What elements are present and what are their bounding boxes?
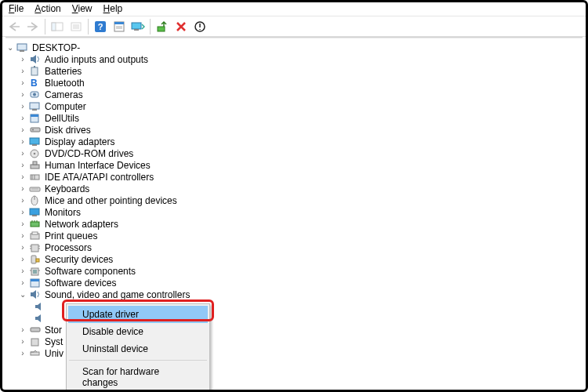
tree-category-label: Software devices — [45, 278, 116, 289]
toolbar: ? — [2, 16, 586, 37]
expand-collapse-icon[interactable]: › — [18, 231, 27, 241]
menu-help[interactable]: Help — [103, 3, 123, 14]
tree-category[interactable]: ›Batteries — [5, 65, 586, 77]
tree-category-label: Stor — [45, 325, 62, 336]
arrow-left-icon — [8, 21, 20, 32]
tree-category[interactable]: ›DellUtils — [5, 112, 586, 124]
disable-device-button[interactable] — [172, 18, 190, 35]
toolbar-list-button[interactable] — [67, 18, 85, 35]
expand-collapse-icon[interactable]: › — [18, 161, 27, 170]
properties-button[interactable] — [111, 18, 128, 35]
menu-bar: File Action View Help — [2, 2, 586, 16]
update-driver-button[interactable] — [154, 18, 171, 35]
disable-icon — [175, 20, 187, 33]
tree-category-label: Security devices — [45, 254, 113, 265]
tree-category[interactable]: ›Computer — [5, 100, 586, 112]
panel-icon — [51, 21, 64, 32]
tree-category[interactable]: ›Cameras — [5, 89, 586, 100]
svg-rect-9 — [114, 22, 124, 24]
tree-category-label: Disk drives — [45, 125, 91, 136]
expand-collapse-icon[interactable]: ⌄ — [5, 43, 15, 53]
category-icon — [29, 254, 42, 265]
expand-collapse-icon[interactable]: › — [18, 255, 27, 264]
expand-collapse-icon[interactable]: › — [18, 337, 27, 347]
category-icon — [29, 113, 42, 124]
expand-collapse-icon[interactable]: › — [18, 67, 27, 76]
list-icon — [70, 21, 82, 32]
category-icon — [29, 148, 42, 159]
tree-category[interactable]: ›Processors — [5, 241, 586, 253]
expand-collapse-icon[interactable]: ⌄ — [18, 290, 27, 299]
category-icon — [29, 54, 42, 65]
svg-rect-63 — [31, 328, 40, 332]
expand-collapse-icon[interactable]: › — [18, 172, 27, 182]
tree-category[interactable]: ›Print queues — [5, 230, 586, 241]
tree-category[interactable]: ›Network adapters — [5, 218, 586, 230]
tree-category-label: IDE ATA/ATAPI controllers — [45, 172, 154, 183]
tree-category[interactable]: ›BBluetooth — [5, 77, 586, 89]
expand-collapse-icon[interactable]: › — [18, 184, 27, 194]
tree-category[interactable]: ›Keyboards — [5, 183, 586, 194]
expand-collapse-icon[interactable]: › — [18, 349, 27, 358]
properties-icon — [113, 21, 125, 32]
category-icon — [29, 348, 42, 359]
show-hide-console-button[interactable] — [49, 18, 66, 35]
tree-category[interactable]: ›Disk drives — [5, 124, 586, 136]
expand-collapse-icon[interactable]: › — [18, 196, 27, 205]
expand-collapse-icon[interactable]: › — [18, 267, 27, 276]
tree-category-label: Mice and other pointing devices — [45, 195, 177, 206]
expand-collapse-icon[interactable]: › — [18, 243, 27, 252]
tree-category-label: Software components — [45, 266, 136, 277]
menu-file[interactable]: File — [9, 3, 24, 14]
ctx-update-driver[interactable]: Update driver — [68, 306, 208, 323]
tree-category[interactable]: ›Mice and other pointing devices — [5, 194, 586, 206]
expand-collapse-icon[interactable]: › — [18, 325, 27, 335]
forward-button[interactable] — [24, 18, 42, 35]
expand-collapse-icon[interactable]: › — [18, 102, 27, 111]
tree-category-label: Batteries — [45, 66, 82, 77]
tree-category[interactable]: ›Software devices — [5, 277, 586, 289]
tree-root[interactable]: ⌄ DESKTOP- — [5, 42, 586, 53]
back-button[interactable] — [5, 18, 23, 35]
ctx-scan-hardware[interactable]: Scan for hardware changes — [68, 363, 208, 391]
expand-collapse-icon[interactable]: › — [18, 78, 27, 88]
tree-category[interactable]: ›Monitors — [5, 206, 586, 218]
tree-category[interactable]: ›IDE ATA/ATAPI controllers — [5, 171, 586, 183]
expand-collapse-icon[interactable]: › — [18, 208, 27, 217]
help-button[interactable]: ? — [92, 18, 109, 35]
expand-collapse-icon[interactable]: › — [18, 90, 27, 100]
expand-collapse-icon[interactable]: › — [18, 149, 27, 158]
ctx-uninstall-device[interactable]: Uninstall device — [68, 340, 208, 358]
svg-rect-17 — [20, 50, 24, 52]
tree-category[interactable]: ›Audio inputs and outputs — [5, 53, 586, 65]
svg-rect-14 — [158, 27, 165, 31]
update-driver-icon — [156, 20, 169, 33]
expand-collapse-icon[interactable]: › — [18, 278, 27, 288]
svg-rect-64 — [31, 339, 38, 346]
expand-collapse-icon[interactable]: › — [18, 114, 27, 123]
tree-category[interactable]: ›Display adapters — [5, 136, 586, 147]
expand-collapse-icon[interactable]: › — [18, 220, 27, 229]
svg-rect-44 — [31, 222, 39, 227]
scan-hardware-button[interactable] — [129, 18, 147, 35]
tree-category[interactable]: ›Human Interface Devices — [5, 159, 586, 171]
tree-category[interactable]: ›Software components — [5, 265, 586, 277]
expand-collapse-icon[interactable]: › — [18, 137, 27, 147]
category-icon — [29, 183, 42, 194]
expand-collapse-icon[interactable]: › — [18, 125, 27, 135]
expand-collapse-icon[interactable]: › — [18, 55, 27, 64]
svg-point-28 — [32, 129, 34, 131]
category-icon — [29, 230, 42, 241]
tree-category[interactable]: ›Security devices — [5, 253, 586, 265]
svg-rect-58 — [33, 270, 37, 274]
svg-rect-26 — [31, 114, 38, 117]
tree-category-label: Audio inputs and outputs — [45, 54, 148, 65]
monitor-scan-icon — [131, 21, 145, 32]
ctx-disable-device[interactable]: Disable device — [68, 323, 208, 340]
svg-rect-27 — [31, 128, 40, 132]
uninstall-device-button[interactable] — [191, 18, 209, 35]
tree-category[interactable]: ›DVD/CD-ROM drives — [5, 147, 586, 159]
menu-view[interactable]: View — [72, 3, 93, 14]
tree-category[interactable]: ⌄Sound, video and game controllers — [5, 289, 586, 300]
menu-action[interactable]: Action — [34, 3, 60, 14]
